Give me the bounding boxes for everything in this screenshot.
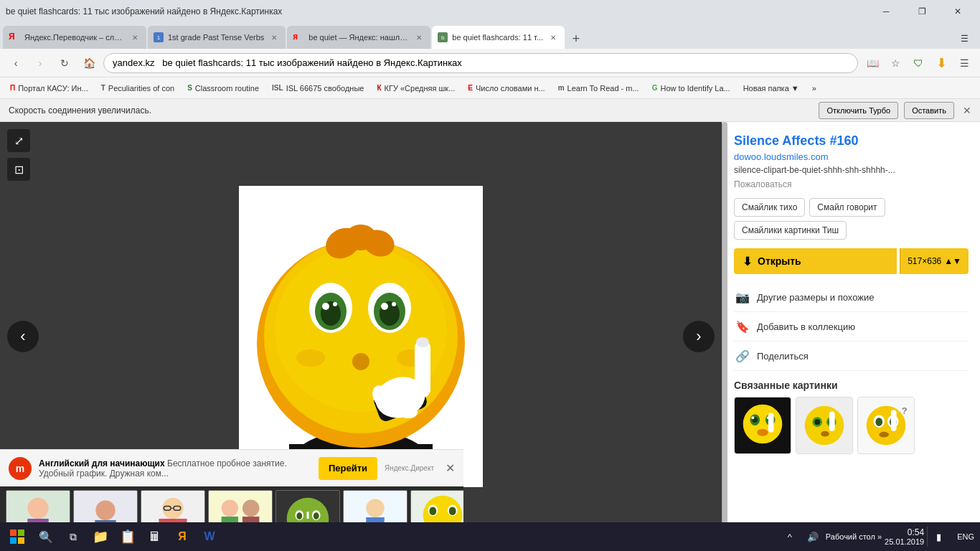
image-domain[interactable]: dowoo.loudsmiles.com <box>734 151 969 162</box>
menu-button[interactable]: ☰ <box>954 53 974 73</box>
address-bar: ‹ › ↻ 🏠 📖 ☆ 🛡 ⬇ ☰ <box>0 49 980 77</box>
related-thumb-item[interactable] <box>796 397 853 454</box>
tag-smail-govorit[interactable]: Смайл говорит <box>809 198 885 217</box>
lang-text[interactable]: ENG <box>957 532 974 541</box>
task-view-icon: ⧉ <box>70 531 77 543</box>
bookmark-label: КГУ «Средняя шк... <box>385 84 456 93</box>
notification-bar: Скорость соединения увеличилась. Отключи… <box>0 99 980 122</box>
notification-disable-turbo-button[interactable]: Отключить Турбо <box>819 102 898 119</box>
tab-close-icon[interactable]: ✕ <box>413 32 425 43</box>
back-button[interactable]: ‹ <box>6 53 26 73</box>
word-taskbar-button[interactable]: W <box>197 524 222 550</box>
previous-image-button[interactable]: ‹ <box>7 321 39 352</box>
bookmark-how-to-identify[interactable]: G How to Identify La... <box>646 80 736 97</box>
tag-smaylik-kartinki[interactable]: Смайлики картинки Тиш <box>734 221 847 240</box>
bookmark-learn-to-read[interactable]: m Learn To Read - m... <box>552 80 645 97</box>
other-sizes-label: Другие размеры и похожие <box>757 292 874 303</box>
download-icon[interactable]: ⬇ <box>931 53 951 73</box>
panel-scrollbar[interactable] <box>722 122 727 551</box>
svg-point-98 <box>867 406 906 446</box>
tab-close-icon[interactable]: ✕ <box>547 32 559 43</box>
browser-title: be quiet flashcards: 11 тыс изображений … <box>6 6 867 17</box>
tab-be-quiet-search[interactable]: я be quiet — Яндекс: нашло... ✕ <box>287 26 430 49</box>
bookmark-new-folder[interactable]: Новая папка ▼ <box>738 80 805 97</box>
restore-button[interactable]: ❐ <box>905 0 938 23</box>
bookmark-star-icon[interactable]: ☆ <box>885 53 905 73</box>
bookmark-isl[interactable]: ISL ISL 66675 свободные <box>266 80 369 97</box>
other-sizes-action[interactable]: 📷 Другие размеры и похожие <box>734 283 969 312</box>
yandex-taskbar-button[interactable]: Я <box>169 524 195 550</box>
bookmark-chislo[interactable]: E Число словами н... <box>462 80 550 97</box>
date-display: 25.01.2019 <box>885 537 924 546</box>
start-button[interactable] <box>3 524 32 550</box>
home-button[interactable]: 🏠 <box>79 53 99 73</box>
show-hidden-icons-button[interactable]: ^ <box>780 527 800 547</box>
volume-icon[interactable]: 🔊 <box>803 527 823 547</box>
refresh-button[interactable]: ↻ <box>55 53 75 73</box>
yandex-browser-protect-icon[interactable]: 🛡 <box>908 53 928 73</box>
minimize-button[interactable]: ─ <box>870 0 903 23</box>
ad-source: Яндекс.Директ <box>385 464 434 472</box>
next-image-button[interactable]: › <box>683 321 715 352</box>
tab-yandex-translate[interactable]: Я Яндекс.Переводчик – слов... ✕ <box>3 26 146 49</box>
ad-logo-text: m <box>16 463 24 474</box>
ad-go-button[interactable]: Перейти <box>319 457 377 480</box>
bookmark-label: Число словами н... <box>476 84 545 93</box>
close-button[interactable]: ✕ <box>941 0 974 23</box>
tab-1st-grade[interactable]: 1 1st grade Past Tense Verbs ✕ <box>148 26 286 49</box>
notification-close-icon[interactable]: ✕ <box>963 105 971 116</box>
bookmark-favicon: П <box>10 84 15 92</box>
tab-close-icon[interactable]: ✕ <box>268 32 280 43</box>
tab-close-icon[interactable]: ✕ <box>129 32 141 43</box>
open-label: Открыть <box>758 255 801 267</box>
report-link[interactable]: Пожаловаться <box>734 179 969 189</box>
open-size-dropdown[interactable]: 517×636 ▲▼ <box>900 248 969 274</box>
bookmark-label: How to Identify La... <box>660 84 730 93</box>
share-action[interactable]: 🔗 Поделиться <box>734 342 969 371</box>
taskbar-clock[interactable]: 0:54 25.01.2019 <box>885 527 924 546</box>
fullscreen-icon[interactable]: ⤢ <box>7 129 30 152</box>
bookmark-favicon: ISL <box>272 84 283 92</box>
svg-point-13 <box>333 302 337 306</box>
open-button-row: ⬇ Открыть 517×636 ▲▼ <box>734 248 969 274</box>
notification-keep-button[interactable]: Оставить <box>904 102 954 119</box>
clipboard-taskbar-button[interactable]: 📋 <box>115 524 141 550</box>
tag-row: Смайлик тихо Смайл говорит Смайлики карт… <box>734 198 969 240</box>
tab-be-quiet-flashcards[interactable]: b be quiet flashcards: 11 т... ✕ <box>432 26 565 49</box>
time-display: 0:54 <box>885 527 924 537</box>
svg-rect-88 <box>768 413 774 432</box>
related-thumb-item[interactable]: ? <box>857 397 915 454</box>
explorer-taskbar-button[interactable]: 📁 <box>88 524 113 550</box>
desktop-label[interactable]: Рабочий стол » <box>826 532 882 541</box>
image-viewer: ⤢ ⊡ ‹ <box>0 122 722 551</box>
add-collection-action[interactable]: 🔖 Добавить в коллекцию <box>734 312 969 342</box>
svg-point-62 <box>429 507 436 515</box>
bookmark-kgu[interactable]: К КГУ «Средняя шк... <box>371 80 461 97</box>
tab-favicon: я <box>293 32 304 43</box>
address-input[interactable] <box>103 53 858 73</box>
open-image-button[interactable]: ⬇ Открыть <box>734 248 897 274</box>
bookmark-portal-kasu[interactable]: П Портал КАСУ: Ин... <box>4 80 94 97</box>
right-panel: Silence Affects #160 dowoo.loudsmiles.co… <box>722 122 980 551</box>
calculator-taskbar-button[interactable]: 🖩 <box>142 524 168 550</box>
viewer-toolbar: ⤢ ⊡ <box>7 129 30 181</box>
address-icons: 📖 ☆ 🛡 ⬇ ☰ <box>862 53 974 73</box>
crop-icon[interactable]: ⊡ <box>7 158 30 181</box>
task-view-button[interactable]: ⧉ <box>60 524 86 550</box>
ad-close-icon[interactable]: ✕ <box>446 461 455 475</box>
show-desktop-button[interactable]: ▮ <box>927 527 947 547</box>
svg-rect-107 <box>18 529 24 536</box>
related-thumb-item[interactable] <box>734 397 791 454</box>
reader-mode-icon[interactable]: 📖 <box>862 53 882 73</box>
tag-smaylik-tiho[interactable]: Смайлик тихо <box>734 198 805 217</box>
bookmark-peculiarities[interactable]: Т Peculiarities of con <box>95 80 180 97</box>
bookmark-more[interactable]: » <box>806 80 822 97</box>
tab-title: Яндекс.Переводчик – слов... <box>24 33 125 42</box>
forward-button[interactable]: › <box>30 53 50 73</box>
bookmark-classroom-routine[interactable]: S Classroom routine <box>182 80 265 97</box>
new-tab-button[interactable]: + <box>566 29 586 49</box>
tab-menu-button[interactable]: ☰ <box>954 29 974 49</box>
image-size: 517×636 <box>908 256 941 266</box>
svg-rect-109 <box>18 537 24 544</box>
search-taskbar-button[interactable]: 🔍 <box>33 524 59 550</box>
